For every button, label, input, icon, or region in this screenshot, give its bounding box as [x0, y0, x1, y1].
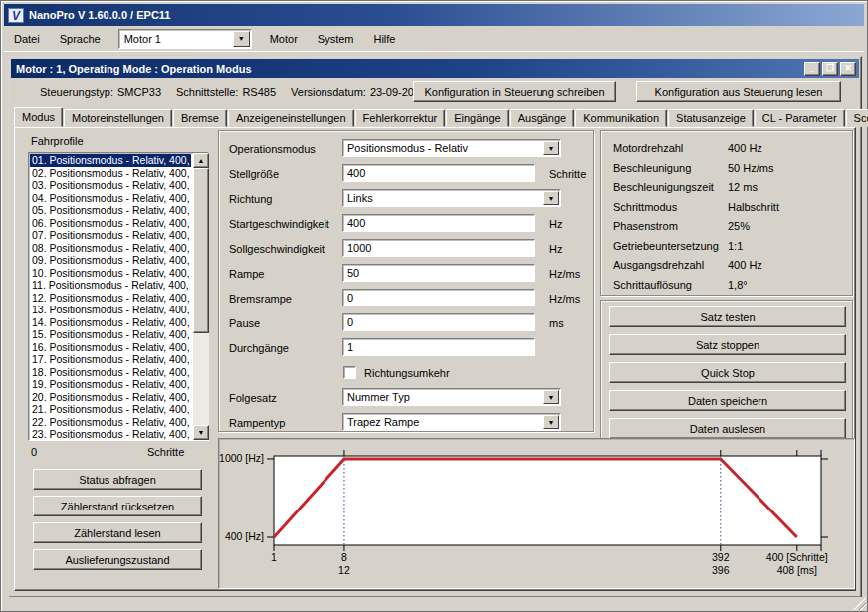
tab-ausgänge[interactable]: Ausgänge — [510, 109, 575, 127]
app-title: NanoPro V 1.60.0.0 / EPC11 — [29, 9, 170, 21]
list-item[interactable]: 17. Positionsmodus - Relativ, 400, — [30, 353, 191, 366]
menu-datei[interactable]: Datei — [4, 29, 50, 49]
list-item[interactable]: 18. Positionsmodus - Relativ, 400, — [30, 366, 191, 379]
list-item[interactable]: 21. Positionsmodus - Relativ, 400, — [30, 403, 191, 416]
rampe-input[interactable] — [342, 264, 535, 282]
chevron-down-icon[interactable]: ▼ — [233, 31, 250, 47]
richtungsumkehr-checkbox[interactable] — [343, 366, 356, 379]
folgesatz-dropdown[interactable]: Nummer Typ▼ — [342, 388, 561, 406]
form-row-stellgröße: StellgrößeSchritte — [219, 164, 593, 189]
status-row-phasenstrom: Phasenstrom25% — [601, 218, 852, 238]
menu-motor[interactable]: Motor — [260, 29, 308, 49]
app-titlebar[interactable]: V NanoPro V 1.60.0.0 / EPC11 — [4, 4, 864, 26]
menu-hilfe[interactable]: Hilfe — [363, 29, 405, 49]
x-tick-label: 1 — [271, 551, 277, 563]
daten-auslesen-button[interactable]: Daten auslesen — [609, 418, 846, 439]
y-tick-label: 400 [Hz] — [225, 530, 264, 542]
tab-bremse[interactable]: Bremse — [173, 109, 227, 127]
action-button-group: Satz testenSatz stoppenQuick StopDaten s… — [600, 300, 853, 439]
steuerungstyp-value: SMCP33 — [117, 86, 161, 98]
minimize-button[interactable]: _ — [804, 62, 820, 76]
stellgröße-input[interactable] — [342, 164, 535, 182]
field-unit: Schritte — [549, 168, 586, 180]
list-item[interactable]: 03. Positionsmodus - Relativ, 400, — [30, 179, 191, 192]
auslieferungszustand-button[interactable]: Auslieferungszustand — [33, 549, 202, 570]
daten-speichern-button[interactable]: Daten speichern — [609, 390, 846, 411]
status-label: Beschleunigung — [613, 162, 691, 174]
list-item[interactable]: 16. Positionsmodus - Relativ, 400, — [30, 341, 191, 354]
menu-sprache[interactable]: Sprache — [50, 29, 110, 49]
status-value: Halbschritt — [728, 201, 779, 213]
list-item[interactable]: 22. Positionsmodus - Relativ, 400, — [30, 416, 191, 429]
form-rows: OperationsmodusPositionsmodus - Relativ▼… — [219, 139, 593, 438]
list-item[interactable]: 19. Positionsmodus - Relativ, 400, — [30, 378, 191, 391]
tab-anzeigeneinstellungen[interactable]: Anzeigeneinstellungen — [228, 109, 354, 127]
durchgänge-input[interactable] — [342, 338, 535, 356]
satz-testen-button[interactable]: Satz testen — [609, 306, 846, 327]
child-titlebar[interactable]: Motor : 1, Operating Mode : Operation Mo… — [11, 59, 859, 78]
tab-kommunikation[interactable]: Kommunikation — [575, 109, 667, 127]
richtung-dropdown[interactable]: Links▼ — [342, 189, 561, 207]
bremsrampe-input[interactable] — [342, 289, 535, 306]
zählerstand-rücksetzen-button[interactable]: Zählerstand rücksetzen — [33, 496, 202, 516]
tab-modus[interactable]: Modus — [14, 107, 63, 127]
list-item[interactable]: 23. Positionsmodus - Relativ, 400, — [30, 428, 191, 441]
plot-area — [274, 456, 821, 545]
field-label: Stellgröße — [229, 168, 279, 180]
tab-scope[interactable]: Scope — [846, 109, 868, 127]
list-item[interactable]: 06. Positionsmodus - Relativ, 400, — [30, 217, 191, 230]
list-item[interactable]: 07. Positionsmodus - Relativ, 400, — [30, 229, 191, 242]
motor-select[interactable]: Motor 1 ▼ — [118, 29, 252, 49]
quick-stop-button[interactable]: Quick Stop — [609, 362, 846, 383]
listbox-scrollbar[interactable]: ▲ ▼ — [193, 153, 209, 440]
read-config-button[interactable]: Konfiguration aus Steuerung lesen — [636, 81, 841, 102]
rampentyp-dropdown[interactable]: Trapez Rampe▼ — [342, 413, 561, 431]
list-item[interactable]: 08. Positionsmodus - Relativ, 400, — [30, 242, 191, 255]
tab-motoreinstellungen[interactable]: Motoreinstellungen — [64, 109, 172, 127]
chevron-down-icon[interactable]: ▼ — [543, 390, 559, 404]
menu-system[interactable]: System — [308, 29, 364, 49]
operationsmodus-dropdown[interactable]: Positionsmodus - Relativ▼ — [342, 139, 561, 157]
scrollbar-thumb[interactable] — [193, 168, 209, 333]
satz-stoppen-button[interactable]: Satz stoppen — [609, 334, 846, 355]
chevron-down-icon[interactable]: ▼ — [543, 415, 559, 429]
scroll-down-icon[interactable]: ▼ — [193, 425, 209, 440]
schnittstelle-value: RS485 — [242, 86, 276, 98]
tab-cl-parameter[interactable]: CL - Parameter — [755, 109, 845, 127]
tab-statusanzeige[interactable]: Statusanzeige — [668, 109, 754, 127]
scroll-up-icon[interactable]: ▲ — [193, 153, 209, 168]
zählerstand-lesen-button[interactable]: Zählerstand lesen — [33, 522, 202, 543]
status-value: 12 ms — [728, 181, 758, 193]
write-config-button[interactable]: Konfiguration in Steuerung schreiben — [413, 81, 616, 102]
list-item[interactable]: 04. Positionsmodus - Relativ, 400, — [30, 192, 191, 205]
startgeschwindigkeit-input[interactable] — [342, 214, 535, 232]
list-item[interactable]: 13. Positionsmodus - Relativ, 400, — [30, 304, 191, 316]
list-item[interactable]: 14. Positionsmodus - Relativ, 400, — [30, 316, 191, 329]
list-item[interactable]: 05. Positionsmodus - Relativ, 400, — [30, 204, 191, 217]
close-button[interactable]: ✕ — [840, 62, 856, 76]
list-item[interactable]: 20. Positionsmodus - Relativ, 400, — [30, 391, 191, 404]
motor-select-value: Motor 1 — [124, 33, 161, 45]
fahrprofile-listbox[interactable]: 01. Positionsmodus - Relativ, 400,02. Po… — [28, 152, 209, 441]
steps-count-value: 0 — [31, 446, 37, 458]
field-label: Folgesatz — [229, 392, 277, 404]
list-item[interactable]: 12. Positionsmodus - Relativ, 400, — [30, 292, 191, 305]
sollgeschwindigkeit-input[interactable] — [342, 239, 535, 257]
chevron-down-icon[interactable]: ▼ — [543, 191, 559, 205]
chevron-down-icon[interactable]: ▼ — [543, 141, 559, 155]
tab-eingänge[interactable]: Eingänge — [446, 109, 509, 127]
child-title: Motor : 1, Operating Mode : Operation Mo… — [16, 63, 252, 75]
maximize-button[interactable]: ❐ — [822, 62, 838, 76]
list-item[interactable]: 15. Positionsmodus - Relativ, 400, — [30, 328, 191, 341]
status-row-beschleunigungszeit: Beschleunigungszeit12 ms — [601, 179, 852, 199]
list-item[interactable]: 10. Positionsmodus - Relativ, 400, — [30, 267, 191, 280]
list-item[interactable]: 11. Positionsmodus - Relativ, 400, — [30, 279, 191, 292]
list-item[interactable]: 02. Positionsmodus - Relativ, 400, — [30, 167, 191, 180]
status-row-schrittauflösung: Schrittauflösung1,8° — [601, 277, 852, 297]
status-abfragen-button[interactable]: Status abfragen — [33, 469, 202, 490]
tab-fehlerkorrektur[interactable]: Fehlerkorrektur — [355, 109, 446, 127]
pause-input[interactable] — [342, 313, 535, 331]
status-value: 400 Hz — [728, 259, 762, 271]
list-item[interactable]: 09. Positionsmodus - Relativ, 400, — [30, 254, 191, 267]
list-item[interactable]: 01. Positionsmodus - Relativ, 400, — [30, 154, 191, 167]
